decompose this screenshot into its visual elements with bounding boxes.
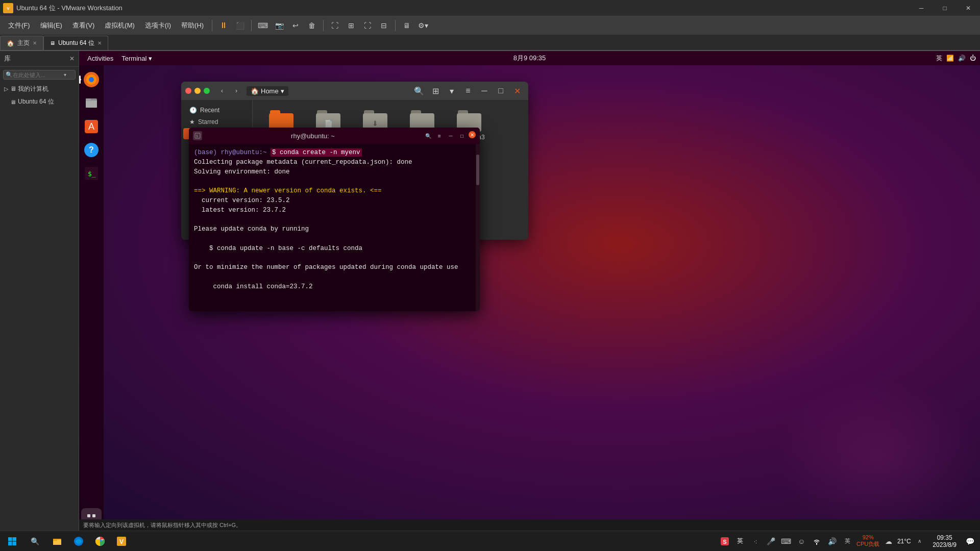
search-button[interactable]: 🔍 <box>24 531 45 552</box>
emoji-icon[interactable]: ☺ <box>795 535 807 547</box>
menu-edit[interactable]: 编辑(E) <box>36 19 66 32</box>
tab-home[interactable]: 🏠 主页 ✕ <box>0 36 43 50</box>
fm-maximize-window[interactable]: □ <box>494 84 508 98</box>
svg-rect-26 <box>53 539 57 541</box>
fit-guest[interactable]: ⊞ <box>344 18 358 33</box>
fm-recent[interactable]: 🕐 Recent <box>183 105 250 116</box>
vm-settings[interactable]: 🖥 <box>400 18 414 33</box>
dock-terminal[interactable]: $_ <box>81 163 102 184</box>
toolbar-btn2[interactable]: ⬛ <box>233 18 247 33</box>
ime-lang-indicator[interactable]: 英 <box>734 535 746 547</box>
fm-back-btn[interactable]: ‹ <box>216 85 228 97</box>
minimize-button[interactable]: ─ <box>910 0 933 16</box>
volume-icon[interactable]: 🔊 <box>958 55 966 62</box>
close-button[interactable]: ✕ <box>957 0 980 16</box>
fm-location-bar[interactable]: 🏠 Home ▾ <box>247 86 288 96</box>
weather-icon[interactable]: ☁ <box>883 535 895 547</box>
dock-firefox[interactable] <box>81 69 102 90</box>
keyboard-icon[interactable]: ⌨ <box>780 535 792 547</box>
taskbar-explorer[interactable] <box>47 531 67 552</box>
sidebar-item-mycomputer[interactable]: ▷ 🖥 我的计算机 <box>0 83 79 95</box>
terminal-prompt: (base) rhy@ubuntu:~ <box>194 149 267 156</box>
toolbar-delete[interactable]: 🗑 <box>305 18 319 33</box>
taskbar-clock[interactable]: 09:35 2023/8/9 <box>928 534 961 548</box>
power-icon[interactable]: ⏻ <box>970 55 976 62</box>
pause-button[interactable]: ⏸ <box>216 18 231 33</box>
fm-minimize-window[interactable]: ─ <box>477 84 492 98</box>
fm-forward-btn[interactable]: › <box>230 85 242 97</box>
send-ctrl-alt-del[interactable]: ⌨ <box>256 18 270 33</box>
terminal-body[interactable]: (base) rhy@ubuntu:~ $ conda create -n my… <box>189 144 480 311</box>
terminal-maximize-btn[interactable]: □ <box>457 131 467 140</box>
start-button[interactable] <box>0 531 24 552</box>
ubuntu-item-icon: 🖥 <box>10 99 16 105</box>
fullscreen[interactable]: ⛶ <box>360 18 375 33</box>
lang-indicator[interactable]: 英 <box>936 54 942 63</box>
fm-search-btn[interactable]: 🔍 <box>412 84 426 98</box>
unity[interactable]: ⊟ <box>377 18 391 33</box>
fm-sort-btn[interactable]: ▾ <box>445 84 459 98</box>
menu-tabs[interactable]: 选项卡(I) <box>141 19 175 32</box>
taskbar-edge-chromium[interactable] <box>68 531 89 552</box>
notification-icon[interactable]: 💬 <box>964 535 976 547</box>
vmware-menubar: 文件(F) 编辑(E) 查看(V) 虚拟机(M) 选项卡(I) 帮助(H) ⏸ … <box>0 16 980 35</box>
menu-help[interactable]: 帮助(H) <box>177 19 208 32</box>
fm-minimize-btn[interactable] <box>194 88 201 94</box>
toolbar-restore[interactable]: ↩ <box>288 18 303 33</box>
network-tray-icon[interactable] <box>811 535 823 547</box>
chevron-up-icon[interactable]: ∧ <box>913 535 925 547</box>
sogou-input-icon[interactable]: S <box>719 535 731 547</box>
fm-close-window[interactable]: ✕ <box>510 84 524 98</box>
tray-dots[interactable]: ·: <box>749 535 762 547</box>
dropdown-icon[interactable]: ▾ <box>64 72 66 78</box>
svg-rect-6 <box>86 101 97 108</box>
tab-ubuntu[interactable]: 🖥 Ubuntu 64 位 ✕ <box>43 36 108 50</box>
svg-rect-23 <box>13 541 17 545</box>
starred-icon: ★ <box>189 118 195 126</box>
sidebar-close[interactable]: ✕ <box>69 55 75 62</box>
chinese-input-icon[interactable]: 英 <box>841 535 853 547</box>
cpu-indicator: 92% CPU负载 <box>856 534 879 548</box>
terminal-search-btn[interactable]: 🔍 <box>424 131 433 140</box>
vm-options[interactable]: ⚙▾ <box>416 18 430 33</box>
microphone-icon[interactable]: 🎤 <box>765 535 777 547</box>
terminal-menu-button[interactable]: Terminal ▾ <box>117 55 156 62</box>
fm-close-btn[interactable] <box>185 88 191 94</box>
menu-vm[interactable]: 虚拟机(M) <box>101 19 139 32</box>
fit-window[interactable]: ⛶ <box>328 18 342 33</box>
tab-home-close[interactable]: ✕ <box>33 40 37 46</box>
volume-tray-icon[interactable]: 🔊 <box>826 535 838 547</box>
sidebar-search-input[interactable] <box>13 72 64 78</box>
tab-ubuntu-close[interactable]: ✕ <box>97 40 102 46</box>
terminal-scrollbar[interactable] <box>476 144 480 311</box>
fm-nav-buttons: ‹ › <box>216 85 242 97</box>
terminal-minimize-btn[interactable]: ─ <box>446 131 455 140</box>
terminal-scrollbar-thumb[interactable] <box>476 155 479 185</box>
fm-starred[interactable]: ★ Starred <box>183 116 250 128</box>
dock-appstore[interactable]: A <box>81 116 102 137</box>
network-icon[interactable]: 📶 <box>946 55 954 62</box>
menu-file[interactable]: 文件(F) <box>4 19 34 32</box>
svg-text:$: $ <box>196 134 198 138</box>
vm-content-area[interactable]: Activities Terminal ▾ 8月9 09:35 英 📶 🔊 ⏻ <box>79 51 980 533</box>
svg-rect-15 <box>92 514 95 517</box>
fm-menu-btn[interactable]: ≡ <box>461 84 475 98</box>
sidebar-item-ubuntu[interactable]: 🖥 Ubuntu 64 位 <box>0 95 79 108</box>
menu-view[interactable]: 查看(V) <box>68 19 99 32</box>
terminal-menu-btn[interactable]: ≡ <box>435 131 444 140</box>
wifi-icon <box>813 537 821 545</box>
sidebar-search[interactable]: 🔍 ▾ <box>3 70 76 80</box>
terminal-close-btn[interactable]: ✕ <box>469 131 476 138</box>
taskbar-vmware[interactable]: V <box>111 531 132 552</box>
fm-maximize-btn[interactable] <box>204 88 210 94</box>
terminal-window[interactable]: $ rhy@ubuntu: ~ 🔍 ≡ ─ □ ✕ (base) rhy@ubu… <box>189 128 480 311</box>
ubuntu-dock: A ? $_ <box>79 65 104 533</box>
maximize-button[interactable]: □ <box>933 0 957 16</box>
dock-help[interactable]: ? <box>81 140 102 160</box>
dock-files[interactable] <box>81 93 102 113</box>
toolbar-snapshot[interactable]: 📷 <box>272 18 286 33</box>
file-manager-titlebar: ‹ › 🏠 Home ▾ 🔍 ⊞ ▾ ≡ ─ □ ✕ <box>181 82 528 100</box>
fm-view-btn[interactable]: ⊞ <box>428 84 443 98</box>
taskbar-chrome[interactable] <box>90 531 110 552</box>
activities-button[interactable]: Activities <box>83 55 117 62</box>
